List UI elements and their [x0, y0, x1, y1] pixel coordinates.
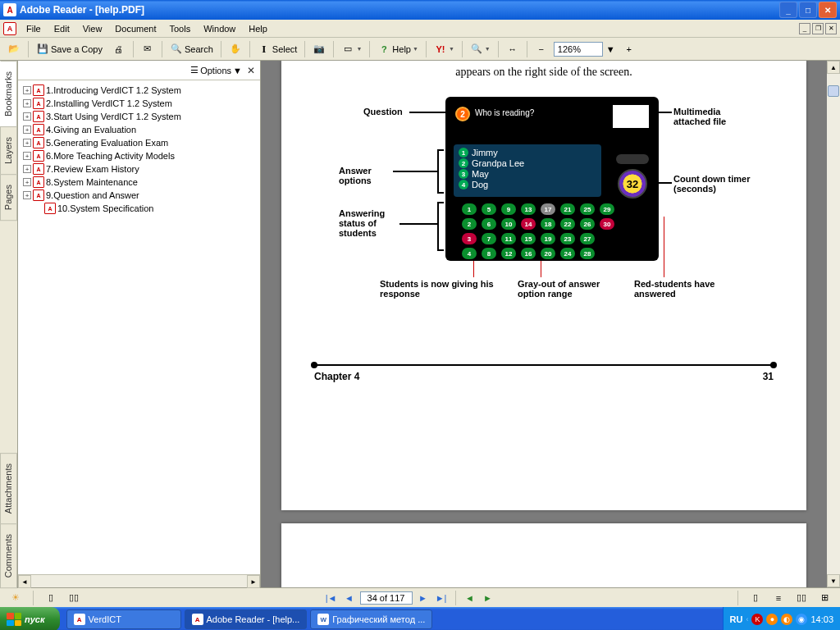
system-tray: RU ‹ K ● ◐ ◉ 14:03: [723, 607, 840, 630]
scroll-down-button[interactable]: ▼: [827, 574, 840, 587]
panel-close-button[interactable]: ✕: [247, 65, 255, 76]
tab-bookmarks[interactable]: Bookmarks: [0, 61, 17, 127]
student-cell: 11: [501, 233, 516, 244]
bookmark-item[interactable]: +A8.System Maintenance: [23, 176, 260, 189]
scroll-up-button[interactable]: ▲: [827, 61, 840, 74]
student-cell: 17: [541, 203, 555, 215]
expand-icon[interactable]: +: [23, 126, 31, 134]
menu-edit[interactable]: Edit: [48, 22, 76, 35]
tab-pages[interactable]: Pages: [0, 174, 17, 221]
chevron-down-icon[interactable]: ▼: [605, 44, 617, 54]
page-display-button[interactable]: ▯: [40, 589, 62, 607]
zoom-out-button[interactable]: −: [531, 40, 552, 58]
menu-help[interactable]: Help: [242, 22, 274, 35]
tray-icon[interactable]: ◉: [796, 614, 807, 625]
maximize-button[interactable]: □: [799, 2, 817, 18]
bookmark-item[interactable]: +A2.Installing VerdICT 1.2 System: [23, 97, 260, 110]
expand-icon[interactable]: +: [23, 152, 31, 160]
tray-chevron-icon[interactable]: ‹: [746, 615, 748, 623]
zoom-in-plus-button[interactable]: +: [619, 40, 640, 58]
help-button[interactable]: ?Help▼: [373, 40, 422, 58]
single-page-button[interactable]: ▯: [745, 589, 766, 607]
scroll-track[interactable]: [827, 74, 840, 574]
close-button[interactable]: ✕: [819, 2, 837, 18]
bookmark-item[interactable]: A10.System Specification: [23, 202, 260, 215]
scroll-right-button[interactable]: ►: [247, 575, 260, 588]
chevron-down-icon: ▼: [485, 46, 491, 52]
tab-comments[interactable]: Comments: [0, 523, 17, 588]
vertical-scrollbar[interactable]: ▲ ▼: [827, 61, 840, 587]
email-button[interactable]: ✉: [137, 40, 158, 58]
page-number-input[interactable]: [360, 591, 413, 605]
zoom-input[interactable]: [554, 42, 603, 57]
language-indicator[interactable]: RU: [730, 614, 743, 624]
fit-width-button[interactable]: ↔: [502, 40, 523, 58]
continuous-button[interactable]: ≡: [768, 589, 789, 607]
snapshot-button[interactable]: 📷: [308, 40, 330, 58]
mdi-restore[interactable]: ❐: [812, 23, 824, 34]
bookmarks-options[interactable]: ☰Options▼: [190, 65, 242, 75]
tray-icon[interactable]: K: [751, 614, 763, 625]
mdi-minimize[interactable]: _: [799, 23, 810, 34]
bookmark-item[interactable]: +A1.Introducing VerdICT 1.2 System: [23, 84, 260, 97]
bookmark-item[interactable]: +A4.Giving an Evaluation: [23, 123, 260, 136]
continuous-facing-button[interactable]: ⊞: [814, 589, 835, 607]
expand-icon[interactable]: +: [23, 191, 31, 199]
last-page-button[interactable]: ►|: [434, 591, 449, 605]
scroll-thumb[interactable]: [828, 85, 839, 97]
nav-forward-button[interactable]: ►: [481, 591, 495, 605]
scroll-left-button[interactable]: ◄: [18, 575, 31, 588]
menu-file[interactable]: File: [20, 22, 48, 35]
print-button[interactable]: 🖨: [108, 40, 130, 58]
bookmark-item[interactable]: +A9.Question and Answer: [23, 189, 260, 202]
options-label: Options: [200, 66, 231, 75]
select-tool-button[interactable]: ISelect: [253, 40, 302, 58]
taskbar-item[interactable]: WГрафический метод ...: [310, 609, 432, 629]
facing-button[interactable]: ▯▯: [791, 589, 812, 607]
prev-page-button[interactable]: ◄: [342, 591, 357, 605]
taskbar-item[interactable]: AAdobe Reader - [help...: [185, 609, 308, 629]
bookmark-item[interactable]: +A6.More Teaching Activity Models: [23, 149, 260, 162]
next-page-button[interactable]: ►: [416, 591, 431, 605]
expand-icon[interactable]: +: [23, 99, 31, 107]
nav-back-button[interactable]: ◄: [463, 591, 477, 605]
view-mode-button[interactable]: ▭▼: [337, 40, 366, 58]
bookmark-label: 8.System Maintenance: [46, 177, 138, 187]
toolbar: 📂 💾Save a Copy 🖨 ✉ 🔍Search ✋ ISelect 📷 ▭…: [0, 38, 840, 61]
bookmark-item[interactable]: +A3.Start Using VerdICT 1.2 System: [23, 110, 260, 123]
scroll-track[interactable]: [31, 575, 247, 587]
tray-icon[interactable]: ●: [766, 614, 778, 625]
panel-hscrollbar[interactable]: ◄ ►: [18, 574, 260, 587]
minimize-button[interactable]: _: [779, 2, 797, 18]
zoom-in-button[interactable]: 🔍▼: [466, 40, 495, 58]
yahoo-button[interactable]: Y!▼: [430, 40, 459, 58]
menu-view[interactable]: View: [76, 22, 109, 35]
save-copy-button[interactable]: 💾Save a Copy: [32, 40, 107, 58]
start-button[interactable]: пуск: [0, 607, 60, 630]
tray-icon[interactable]: ◐: [781, 614, 792, 625]
search-button[interactable]: 🔍Search: [166, 40, 217, 58]
status-btn[interactable]: ☀: [5, 589, 26, 607]
expand-icon[interactable]: +: [23, 178, 31, 186]
expand-icon[interactable]: +: [23, 165, 31, 173]
menu-document[interactable]: Document: [108, 22, 162, 35]
taskbar-item[interactable]: AVerdICT: [66, 609, 181, 629]
menu-tools[interactable]: Tools: [163, 22, 198, 35]
tab-attachments[interactable]: Attachments: [0, 453, 17, 524]
bookmarks-panel: ☰Options▼ ✕ +A1.Introducing VerdICT 1.2 …: [18, 61, 261, 587]
bookmark-item[interactable]: +A7.Review Exam History: [23, 162, 260, 176]
tab-layers[interactable]: Layers: [0, 126, 17, 175]
bookmark-item[interactable]: +A5.Generating Evaluation Exam: [23, 136, 260, 149]
mdi-close[interactable]: ✕: [825, 23, 837, 34]
expand-icon[interactable]: +: [23, 112, 31, 121]
first-page-button[interactable]: |◄: [324, 591, 339, 605]
menu-window[interactable]: Window: [197, 22, 242, 35]
taskbar-item-icon: W: [317, 614, 329, 625]
expand-icon[interactable]: +: [23, 86, 31, 94]
hand-tool-button[interactable]: ✋: [225, 40, 246, 58]
open-button[interactable]: 📂: [3, 40, 25, 58]
page-display-button[interactable]: ▯▯: [63, 589, 84, 607]
expand-icon[interactable]: +: [23, 139, 31, 147]
document-viewport[interactable]: appears on the right side of the screen.…: [261, 61, 827, 587]
clock[interactable]: 14:03: [810, 614, 833, 624]
